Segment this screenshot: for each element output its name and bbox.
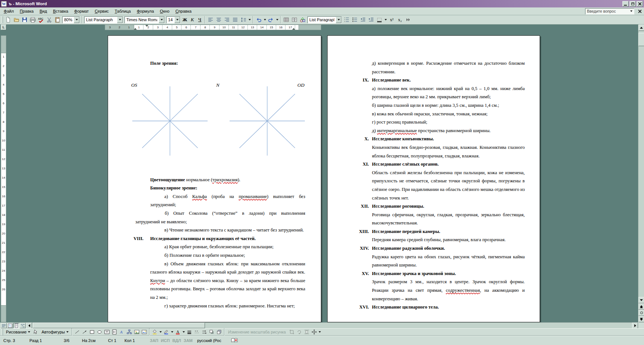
horizontal-scrollbar[interactable]	[0, 322, 638, 328]
toolbar-options-button[interactable]	[404, 16, 412, 24]
font-size-combobox[interactable]: 14	[166, 16, 180, 23]
drawing-toolbar-toggle-button[interactable]	[299, 16, 307, 24]
draw-menu-button[interactable]: Рисование	[4, 329, 32, 335]
status-mode-trk[interactable]: ИСП	[161, 338, 170, 343]
ask-question-box[interactable]: Введите вопрос	[585, 8, 634, 15]
line-style-button[interactable]	[186, 329, 193, 335]
line-color-dropdown-button[interactable]	[170, 328, 174, 336]
save-button[interactable]	[20, 16, 29, 24]
arrow-tool-button[interactable]	[81, 329, 88, 335]
borders-button[interactable]	[375, 16, 383, 24]
font-dropdown-button[interactable]	[159, 17, 164, 23]
menu-item-view[interactable]: Вид	[37, 8, 50, 15]
toolbar-grip[interactable]	[2, 16, 3, 23]
line-spacing-dropdown-button[interactable]	[247, 16, 252, 24]
previous-page-button[interactable]	[638, 303, 644, 310]
italic-button[interactable]: К	[189, 16, 196, 24]
increase-indent-button[interactable]	[367, 16, 375, 24]
three-d-style-button[interactable]	[215, 329, 223, 335]
line-spacing-button[interactable]	[239, 16, 247, 24]
spelling-status[interactable]	[231, 338, 238, 343]
horizontal-scroll-thumb[interactable]	[33, 323, 205, 328]
status-mode-rec[interactable]: ЗАП	[150, 338, 158, 343]
fill-color-dropdown-button[interactable]	[158, 328, 162, 336]
print-layout-view-button[interactable]	[13, 323, 19, 328]
superscript-button[interactable]: x²	[388, 16, 396, 24]
outline-view-button[interactable]	[20, 323, 26, 328]
bold-button[interactable]: Ж	[181, 16, 189, 24]
tab-selector[interactable]: L	[1, 25, 6, 30]
font-color-button[interactable]: А	[174, 329, 181, 335]
next-page-button[interactable]	[638, 316, 644, 322]
redo-dropdown-button[interactable]	[275, 16, 279, 24]
new-document-button[interactable]	[4, 16, 12, 24]
visual-field-diagram[interactable]: OS N OD	[108, 68, 321, 176]
menu-item-window[interactable]: Окно	[157, 8, 173, 15]
first-line-indent-marker[interactable]	[145, 25, 148, 27]
shadow-style-button[interactable]	[208, 329, 215, 335]
font-color-dropdown-button[interactable]	[181, 328, 186, 336]
select-objects-button[interactable]	[32, 329, 40, 335]
dash-style-button[interactable]	[193, 329, 201, 335]
redo-button[interactable]	[267, 16, 275, 24]
vertical-ruler[interactable]: 1234567891011121314151617181920212223242…	[1, 35, 6, 322]
menu-item-insert[interactable]: Вставка	[50, 8, 71, 15]
align-left-button[interactable]	[206, 16, 215, 24]
insert-picture-button[interactable]	[141, 329, 148, 335]
select-browse-object-button[interactable]	[638, 310, 644, 316]
autoshapes-menu-button[interactable]: Автофигуры	[40, 329, 70, 335]
drawing-more-dropdown-button[interactable]	[318, 328, 322, 336]
diagram-button[interactable]	[126, 329, 133, 335]
fill-color-button[interactable]	[151, 329, 158, 335]
zoom-combobox[interactable]: 80%	[62, 16, 80, 23]
undo-dropdown-button[interactable]	[263, 16, 267, 24]
web-layout-view-button[interactable]	[7, 323, 13, 328]
insert-table-button[interactable]	[282, 16, 290, 24]
status-mode-ext[interactable]: ВДЛ	[172, 338, 181, 343]
vertical-text-box-button[interactable]	[111, 329, 118, 335]
oval-tool-button[interactable]	[96, 329, 103, 335]
style2-dropdown-button[interactable]	[336, 17, 341, 23]
scroll-right-button[interactable]	[632, 323, 638, 328]
move-object-button[interactable]	[310, 329, 318, 335]
open-button[interactable]	[12, 16, 20, 24]
subscript-button[interactable]: x₂	[396, 16, 404, 24]
line-color-button[interactable]	[162, 329, 170, 335]
menu-item-help[interactable]: Справка	[173, 8, 195, 15]
print-button[interactable]	[29, 16, 37, 24]
right-indent-marker[interactable]	[292, 28, 295, 30]
undo-button[interactable]	[255, 16, 263, 24]
wordart-button[interactable]: A	[118, 329, 126, 335]
horizontal-ruler[interactable]: 321 1234567891011121314151617	[105, 25, 321, 30]
align-right-button[interactable]	[223, 16, 231, 24]
zoom-dropdown-button[interactable]	[74, 17, 79, 23]
decrease-indent-button[interactable]	[359, 16, 367, 24]
menu-item-format[interactable]: Формат	[71, 8, 92, 15]
close-button[interactable]	[637, 1, 643, 7]
menu-item-file[interactable]: Файл	[1, 8, 17, 15]
status-mode-ovr[interactable]: ЗАМ	[184, 338, 193, 343]
vertical-scrollbar[interactable]	[638, 25, 644, 322]
style-combobox[interactable]: List Paragraph	[84, 16, 123, 23]
scroll-down-button[interactable]	[638, 297, 644, 303]
style-combobox-secondary[interactable]: List Paragraph	[307, 16, 342, 23]
spelling-button[interactable]: ABC	[37, 16, 45, 24]
page-4-content[interactable]: д) конвергенция в норме. Расхождение отм…	[328, 36, 540, 322]
columns-button[interactable]	[290, 16, 299, 24]
question-dropdown-icon[interactable]	[630, 10, 632, 12]
rectangle-tool-button[interactable]	[88, 329, 96, 335]
minimize-button[interactable]	[622, 1, 629, 7]
scroll-up-button[interactable]	[638, 25, 644, 31]
menu-item-edit[interactable]: Правка	[17, 8, 37, 15]
scroll-left-button[interactable]	[26, 323, 32, 328]
paste-button[interactable]	[53, 16, 61, 24]
cut-button[interactable]	[45, 16, 53, 24]
bullets-button[interactable]	[351, 16, 359, 24]
align-center-button[interactable]	[215, 16, 223, 24]
normal-view-button[interactable]	[1, 323, 7, 328]
borders-dropdown-button[interactable]	[383, 16, 388, 24]
vertical-scroll-thumb[interactable]	[638, 33, 644, 46]
numbering-button[interactable]	[342, 16, 351, 24]
arrow-style-button[interactable]	[201, 329, 208, 335]
close-document-button[interactable]	[637, 8, 643, 14]
